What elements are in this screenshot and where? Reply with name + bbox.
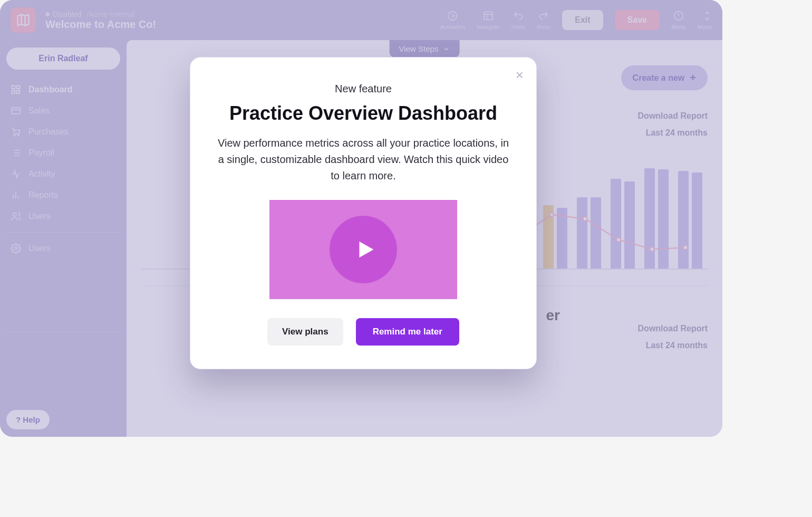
activation-button[interactable]: Activation (440, 10, 466, 30)
top-actions: Activation Navigate Undo Redo Exit Save … (440, 10, 712, 30)
svg-rect-4 (17, 86, 20, 89)
nav-divider (6, 332, 120, 332)
app-window: Disabled /Acme-Internal Welcome to Acme … (0, 0, 722, 437)
card-icon (11, 106, 21, 116)
sidebar-item-label: Sales (28, 106, 50, 116)
page-title: Welcome to Acme Co! (45, 18, 156, 31)
view-steps-tab[interactable]: View Steps (390, 40, 460, 58)
barchart-icon (11, 190, 21, 200)
bar-secondary (624, 181, 635, 269)
play-button[interactable] (330, 216, 397, 283)
sidebar-item-label: Users (28, 244, 51, 253)
user-pill[interactable]: Erin Radleaf (6, 47, 120, 70)
cart-icon (11, 127, 21, 137)
range-selector[interactable]: Last 24 months (646, 128, 708, 138)
svg-point-10 (13, 213, 16, 216)
bar-secondary (557, 208, 567, 269)
alerts-icon (673, 10, 684, 22)
view-plans-button[interactable]: View plans (267, 318, 343, 346)
svg-point-9 (18, 135, 20, 136)
breadcrumb-path: /Acme-Internal (86, 10, 134, 18)
sidebar-item-payroll[interactable]: Payroll (6, 142, 120, 164)
alerts-button[interactable]: Alerts (671, 10, 686, 30)
gear-icon (11, 243, 21, 254)
move-icon (699, 10, 711, 22)
bar-group (543, 205, 567, 269)
close-icon[interactable]: × (516, 68, 524, 82)
bar-group (577, 197, 601, 269)
sidebar-item-label: Activity (28, 169, 55, 179)
svg-rect-7 (12, 108, 21, 114)
remind-later-button[interactable]: Remind me later (356, 318, 459, 346)
bar-group (644, 168, 669, 269)
bar-group (611, 179, 635, 269)
svg-rect-5 (12, 91, 15, 94)
svg-point-11 (15, 247, 17, 250)
status-dot (45, 12, 50, 16)
svg-rect-1 (484, 12, 493, 20)
dashboard-icon (11, 84, 21, 95)
activity-icon (11, 169, 21, 179)
svg-rect-3 (12, 86, 15, 89)
download-report-link[interactable]: Download Report (638, 324, 708, 333)
sidebar-item-purchases[interactable]: Purchases (6, 121, 120, 142)
plus-icon: + (690, 72, 696, 84)
sidebar-item-label: Payroll (28, 148, 54, 158)
redo-icon (538, 10, 549, 22)
navigate-icon (482, 10, 494, 22)
exit-button[interactable]: Exit (562, 10, 603, 30)
status-label: Disabled (53, 10, 81, 18)
help-button[interactable]: ? Help (6, 410, 50, 429)
video-thumbnail[interactable] (269, 200, 457, 299)
save-button[interactable]: Save (615, 10, 660, 30)
undo-button[interactable]: Undo (511, 10, 525, 30)
chevron-down-icon (442, 45, 450, 53)
sidebar-item-activity[interactable]: Activity (6, 164, 120, 185)
modal-eyebrow: New feature (217, 83, 510, 95)
bar-secondary (658, 169, 669, 269)
title-block: Disabled /Acme-Internal Welcome to Acme … (45, 10, 156, 31)
sidebar-item-reports[interactable]: Reports (6, 185, 120, 206)
sidebar-item-users[interactable]: Users (6, 206, 120, 227)
bar-secondary (692, 173, 702, 269)
svg-rect-6 (17, 91, 20, 94)
activation-icon (447, 10, 458, 22)
bar-primary (543, 205, 554, 269)
sidebar-item-sales[interactable]: Sales (6, 100, 120, 121)
undo-icon (513, 10, 524, 22)
sidebar-item-label: Users (28, 212, 51, 221)
modal-description: View performance metrics across all your… (217, 135, 510, 184)
play-icon (353, 237, 378, 262)
sidebar-item-dashboard[interactable]: Dashboard (6, 79, 120, 100)
app-logo (11, 7, 36, 33)
feature-modal: × New feature Practice Overview Dashboar… (190, 57, 537, 369)
create-new-button[interactable]: Create a new + (621, 65, 708, 90)
move-button[interactable]: Move (698, 10, 712, 30)
sidebar-item-label: Reports (28, 190, 58, 200)
sidebar-item-label: Purchases (28, 127, 69, 137)
bar-primary (644, 168, 655, 269)
users-icon (11, 211, 21, 222)
bar-secondary (591, 197, 601, 269)
range-selector[interactable]: Last 24 months (646, 341, 708, 350)
sidebar: Erin Radleaf Dashboard Sales Purchases P… (0, 40, 127, 437)
list-icon (11, 148, 21, 158)
redo-button[interactable]: Redo (537, 10, 550, 30)
map-icon (16, 13, 31, 27)
svg-point-0 (448, 12, 457, 21)
bar-primary (611, 179, 621, 269)
bar-primary (678, 171, 689, 269)
bar-primary (577, 197, 587, 269)
sidebar-item-label: Dashboard (28, 85, 73, 94)
sidebar-item-settings-users[interactable]: Users (6, 238, 120, 259)
download-report-link[interactable]: Download Report (638, 111, 708, 121)
modal-title: Practice Overview Dashboard (217, 102, 510, 125)
navigate-button[interactable]: Navigate (477, 10, 499, 30)
nav-divider (6, 232, 120, 233)
bar-group (678, 171, 702, 269)
topbar: Disabled /Acme-Internal Welcome to Acme … (0, 0, 722, 40)
svg-point-8 (14, 135, 15, 136)
